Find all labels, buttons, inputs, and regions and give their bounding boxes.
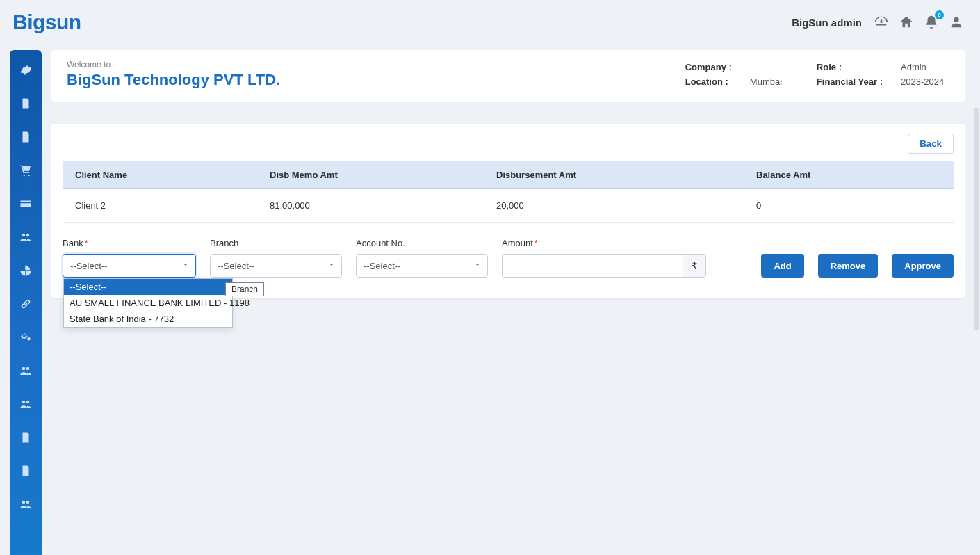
header-card: Welcome to BigSun Technology PVT LTD. Co… <box>51 50 965 102</box>
td-client-name: Client 2 <box>63 189 257 223</box>
dashboard-icon[interactable] <box>873 14 890 31</box>
sidebar-item-link[interactable] <box>10 296 42 312</box>
sidebar-item-cart[interactable] <box>10 163 42 178</box>
bank-label: Bank* <box>63 238 196 248</box>
branch-tooltip: Branch <box>225 282 264 296</box>
header-info-grid: Company : Role : Admin Location : Mumbai… <box>685 62 949 87</box>
sidebar-item-settings[interactable] <box>10 63 42 78</box>
location-label: Location : <box>685 77 732 87</box>
sidebar-item-users2[interactable] <box>10 363 42 378</box>
bell-icon[interactable]: 0 <box>923 14 940 31</box>
bank-option-1[interactable]: AU SMALL FINANCE BANK LIMITED - 1198 <box>64 295 232 311</box>
amount-label: Amount* <box>502 238 706 248</box>
role-value: Admin <box>901 62 949 72</box>
sidebar-item-users4[interactable] <box>10 497 42 512</box>
topbar: Bigsun BigSun admin 0 <box>0 0 980 43</box>
location-value: Mumbai <box>750 77 799 87</box>
bank-select[interactable]: --Select-- --Select-- AU SMALL FINANCE B… <box>63 254 196 278</box>
bank-dropdown-list: --Select-- AU SMALL FINANCE BANK LIMITED… <box>63 278 233 328</box>
fy-label: Financial Year : <box>817 77 883 87</box>
company-label: Company : <box>685 62 732 72</box>
back-button[interactable]: Back <box>908 134 954 154</box>
account-select-value: --Select-- <box>364 261 400 271</box>
sidebar-item-doc3[interactable] <box>10 430 42 445</box>
branch-label: Branch <box>210 238 342 248</box>
sidebar <box>10 50 42 555</box>
data-card: Back Client Name Disb Memo Amt Disbursem… <box>51 124 965 298</box>
branch-select-value: --Select-- <box>218 261 254 271</box>
sidebar-item-gears[interactable] <box>10 330 42 345</box>
sidebar-item-chart[interactable] <box>10 263 42 278</box>
td-balance: 0 <box>744 189 954 223</box>
chevron-down-icon <box>327 261 336 271</box>
add-button[interactable]: Add <box>761 254 803 278</box>
rupee-icon: ₹ <box>683 254 706 278</box>
sidebar-item-doc1[interactable] <box>10 96 42 111</box>
account-select[interactable]: --Select-- <box>356 254 488 278</box>
sidebar-item-doc2[interactable] <box>10 129 42 145</box>
bank-option-2[interactable]: State Bank of India - 7732 <box>64 311 232 327</box>
notification-badge: 0 <box>935 10 944 19</box>
sidebar-item-card[interactable] <box>10 196 42 211</box>
sidebar-item-doc4[interactable] <box>10 463 42 478</box>
th-disb-memo: Disb Memo Amt <box>257 161 484 189</box>
scrollbar[interactable] <box>974 108 979 330</box>
account-group: Account No. --Select-- <box>356 238 488 278</box>
welcome-text: Welcome to <box>67 60 280 70</box>
td-disb-memo: 81,00,000 <box>257 189 484 223</box>
approve-button[interactable]: Approve <box>892 254 954 278</box>
sidebar-item-users3[interactable] <box>10 396 42 412</box>
td-disb-amt: 20,000 <box>484 189 744 223</box>
th-disb-amt: Disbursement Amt <box>484 161 744 189</box>
chevron-down-icon <box>181 261 190 271</box>
client-table: Client Name Disb Memo Amt Disbursement A… <box>63 161 954 223</box>
amount-group: Amount* ₹ <box>502 238 706 278</box>
th-client-name: Client Name <box>63 161 257 189</box>
account-label: Account No. <box>356 238 488 248</box>
table-row: Client 2 81,00,000 20,000 0 <box>63 189 954 223</box>
th-balance: Balance Amt <box>744 161 954 189</box>
role-label: Role : <box>817 62 883 72</box>
topbar-right: BigSun admin 0 <box>792 14 965 31</box>
branch-group: Branch --Select-- Branch <box>210 238 342 278</box>
remove-button[interactable]: Remove <box>818 254 879 278</box>
form-row: Bank* --Select-- --Select-- AU SMALL FIN… <box>63 238 954 278</box>
user-label: BigSun admin <box>792 17 862 29</box>
amount-input[interactable] <box>502 254 683 278</box>
branch-select[interactable]: --Select-- <box>210 254 342 278</box>
app-logo: Bigsun <box>13 10 81 34</box>
fy-value: 2023-2024 <box>901 77 949 87</box>
bank-option-0[interactable]: --Select-- <box>64 279 232 295</box>
bank-select-value: --Select-- <box>70 261 107 271</box>
bank-group: Bank* --Select-- --Select-- AU SMALL FIN… <box>63 238 196 278</box>
sidebar-item-users1[interactable] <box>10 230 42 245</box>
company-value <box>750 62 799 72</box>
user-icon[interactable] <box>948 14 965 31</box>
home-icon[interactable] <box>898 14 915 31</box>
chevron-down-icon <box>473 261 482 271</box>
company-name: BigSun Technology PVT LTD. <box>67 71 280 89</box>
